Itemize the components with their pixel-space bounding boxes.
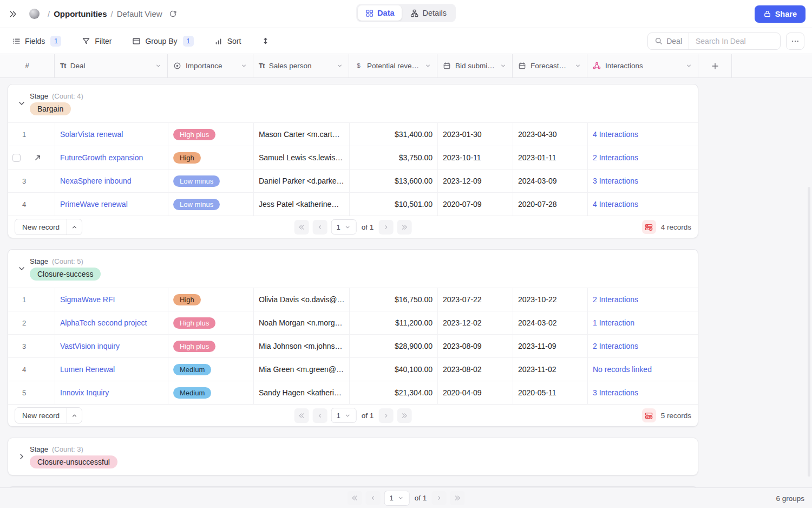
deal-cell[interactable]: SigmaWave RFI (55, 288, 168, 311)
first-page-button[interactable] (294, 408, 309, 423)
next-page-button[interactable] (431, 491, 446, 505)
importance-cell[interactable]: High (168, 288, 254, 311)
importance-cell[interactable]: High plus (168, 123, 254, 146)
column-header-importance[interactable]: Importance (168, 54, 253, 77)
interactions-cell[interactable]: 3 Interactions (588, 170, 698, 192)
prev-page-button[interactable] (313, 220, 328, 235)
interactions-cell[interactable]: No records linked (588, 358, 698, 381)
tab-data[interactable]: Data (358, 5, 402, 21)
forecasted-cell[interactable]: 2023-01-11 (513, 146, 588, 169)
potential-revenue-cell[interactable]: $21,304.00 (350, 381, 438, 404)
sales-person-cell[interactable]: Mia Johnson <m.johns… (254, 335, 350, 357)
page-select[interactable]: 1 (331, 408, 357, 423)
new-record-button[interactable]: New record (15, 408, 67, 423)
potential-revenue-cell[interactable]: $40,100.00 (350, 358, 438, 381)
deal-link[interactable]: FutureGrowth expansion (60, 153, 143, 162)
breadcrumb-table[interactable]: Opportunities (54, 9, 107, 18)
interactions-link[interactable]: 4 Interactions (593, 130, 638, 139)
bid-submission-cell[interactable]: 2023-01-30 (438, 123, 513, 146)
sales-person-cell[interactable]: Jess Patel <katherine… (254, 193, 350, 216)
group-header[interactable]: Stage(Count: 4)Bargain (8, 84, 698, 122)
forecasted-cell[interactable]: 2023-10-22 (513, 288, 588, 311)
new-record-caret-button[interactable] (67, 408, 82, 423)
interactions-cell[interactable]: 4 Interactions (588, 193, 698, 216)
breadcrumb-view[interactable]: Default View (117, 9, 162, 18)
prev-page-button[interactable] (366, 491, 381, 505)
importance-cell[interactable]: High plus (168, 311, 254, 334)
bid-submission-cell[interactable]: 2020-04-09 (438, 381, 513, 404)
deal-cell[interactable]: PrimeWave renewal (55, 193, 168, 216)
interactions-cell[interactable]: 3 Interactions (588, 381, 698, 404)
interactions-link[interactable]: 2 Interactions (593, 342, 638, 350)
new-record-button[interactable]: New record (15, 219, 67, 235)
deal-link[interactable]: AlphaTech second project (60, 318, 147, 327)
deal-cell[interactable]: FutureGrowth expansion (55, 146, 168, 169)
group-header[interactable]: Stage(Count: 5)Closure-success (8, 250, 698, 288)
column-header-deal[interactable]: TtDeal (55, 54, 168, 77)
potential-revenue-cell[interactable]: $31,400.00 (350, 123, 438, 146)
deal-link[interactable]: Innovix Inquiry (60, 388, 109, 397)
deal-cell[interactable]: NexaSphere inbound (55, 170, 168, 192)
potential-revenue-cell[interactable]: $10,501.00 (350, 193, 438, 216)
forecasted-cell[interactable]: 2023-11-02 (513, 358, 588, 381)
interactions-link[interactable]: 1 Interaction (593, 318, 634, 327)
bid-submission-cell[interactable]: 2023-12-09 (438, 170, 513, 192)
sales-person-cell[interactable]: Daniel Parker <d.parke… (254, 170, 350, 192)
next-page-button[interactable] (378, 408, 393, 423)
new-record-caret-button[interactable] (67, 219, 82, 235)
filter-button[interactable]: Filter (77, 34, 116, 49)
search-field-selector[interactable]: Deal (648, 33, 689, 49)
potential-revenue-cell[interactable]: $13,600.00 (350, 170, 438, 192)
tab-details[interactable]: Details (403, 5, 454, 21)
column-header-revenue[interactable]: $Potential revenue (349, 54, 437, 77)
next-page-button[interactable] (378, 220, 393, 235)
deal-cell[interactable]: VastVision inquiry (55, 335, 168, 357)
interactions-link[interactable]: 4 Interactions (593, 200, 638, 209)
bid-submission-cell[interactable]: 2020-07-09 (438, 193, 513, 216)
interactions-link[interactable]: 3 Interactions (593, 388, 638, 397)
page-select[interactable]: 1 (331, 219, 357, 235)
interactions-cell[interactable]: 2 Interactions (588, 288, 698, 311)
forecasted-cell[interactable]: 2023-04-30 (513, 123, 588, 146)
deal-link[interactable]: SolarVista renewal (60, 130, 123, 139)
potential-revenue-cell[interactable]: $28,900.00 (350, 335, 438, 357)
forecasted-cell[interactable]: 2024-03-09 (513, 170, 588, 192)
row-height-button[interactable] (257, 34, 274, 48)
first-page-button[interactable] (348, 491, 362, 505)
potential-revenue-cell[interactable]: $11,200.00 (350, 311, 438, 334)
share-button[interactable]: Share (755, 5, 806, 23)
interactions-link[interactable]: 2 Interactions (593, 295, 638, 304)
column-header-bid[interactable]: Bid submissi… (437, 54, 513, 77)
deal-cell[interactable]: AlphaTech second project (55, 311, 168, 334)
deal-link[interactable]: SigmaWave RFI (60, 295, 115, 304)
search-input[interactable] (689, 37, 780, 45)
deal-cell[interactable]: SolarVista renewal (55, 123, 168, 146)
importance-cell[interactable]: Medium (168, 358, 254, 381)
potential-revenue-cell[interactable]: $16,750.00 (350, 288, 438, 311)
deal-link[interactable]: Lumen Renewal (60, 365, 115, 374)
last-page-button[interactable] (450, 491, 464, 505)
refresh-button[interactable] (167, 8, 179, 20)
last-page-button[interactable] (397, 408, 411, 423)
sales-person-cell[interactable]: Olivia Davis <o.davis@… (254, 288, 350, 311)
interactions-cell[interactable]: 2 Interactions (588, 335, 698, 357)
last-page-button[interactable] (397, 220, 411, 235)
bid-submission-cell[interactable]: 2023-10-11 (438, 146, 513, 169)
column-header-add[interactable] (698, 54, 732, 77)
sales-person-cell[interactable]: Sandy Hagen <katheri… (254, 381, 350, 404)
group-header[interactable]: Stage(Count: 3)Closure-unsuccessful (8, 438, 698, 475)
row-checkbox[interactable] (12, 154, 21, 162)
bid-submission-cell[interactable]: 2023-07-22 (438, 288, 513, 311)
column-header-rownum[interactable]: # (0, 54, 55, 77)
bid-submission-cell[interactable]: 2023-08-09 (438, 335, 513, 357)
interactions-cell[interactable]: 4 Interactions (588, 123, 698, 146)
prev-page-button[interactable] (313, 408, 328, 423)
sales-person-cell[interactable]: Noah Morgan <n.morg… (254, 311, 350, 334)
bid-submission-cell[interactable]: 2023-12-02 (438, 311, 513, 334)
deal-link[interactable]: VastVision inquiry (60, 342, 120, 350)
fields-button[interactable]: Fields 1 (8, 32, 66, 50)
sales-person-cell[interactable]: Mason Carter <m.cart… (254, 123, 350, 146)
importance-cell[interactable]: High plus (168, 335, 254, 357)
chevron-down-icon[interactable] (15, 264, 29, 273)
deal-link[interactable]: PrimeWave renewal (60, 200, 128, 209)
